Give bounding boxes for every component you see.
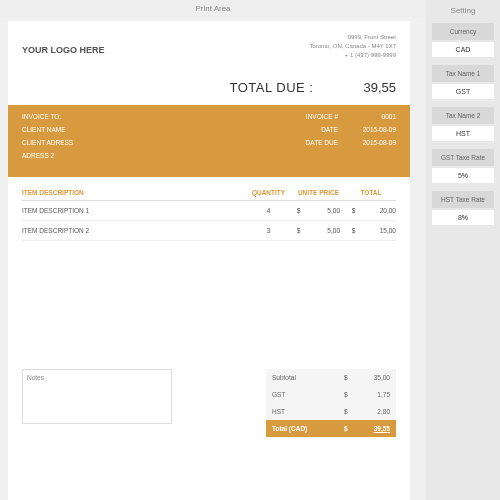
currency-symbol: $ xyxy=(291,207,306,214)
hst-label: HST xyxy=(272,408,344,415)
currency-symbol: $ xyxy=(291,227,306,234)
currency-symbol: $ xyxy=(346,207,361,214)
notes-box[interactable]: Notes xyxy=(22,369,172,424)
address-phone: + 1 (437) 999-9999 xyxy=(309,51,396,60)
hst-rate-label: HST Taxe Rate xyxy=(432,191,494,208)
table-row: ITEM DESCRIPTION 2 3 $5,00 $15,00 xyxy=(22,221,396,241)
invoice-document: YOUR LOGO HERE 9999, Front Street Toront… xyxy=(8,21,410,500)
col-total: TOTAL xyxy=(346,189,396,196)
gst-label: GST xyxy=(272,391,344,398)
gst-rate-input[interactable]: 5% xyxy=(432,168,494,183)
currency-symbol: $ xyxy=(344,408,358,415)
tax2-input[interactable]: HST xyxy=(432,126,494,141)
total-label: Total (CAD) xyxy=(272,425,344,432)
hst-rate-input[interactable]: 8% xyxy=(432,210,494,225)
settings-sidebar: Setting Currency CAD Tax Name 1 GST Tax … xyxy=(426,0,500,500)
item-desc: ITEM DESCRIPTION 2 xyxy=(22,227,246,234)
tab-setting[interactable]: Setting xyxy=(432,4,494,23)
summary-table: Subtotal$35,00 GST$1,75 HST$2,80 Total (… xyxy=(266,369,396,437)
currency-symbol: $ xyxy=(344,425,358,432)
subtotal-value: 35,00 xyxy=(358,374,390,381)
gst-rate-label: GST Taxe Rate xyxy=(432,149,494,166)
item-total: 20,00 xyxy=(361,207,396,214)
item-price: 5,00 xyxy=(306,207,346,214)
total-due-value: 39,55 xyxy=(363,80,396,95)
client-address: CLIENT ADRESS xyxy=(22,139,73,146)
currency-input[interactable]: CAD xyxy=(432,42,494,57)
gst-value: 1,75 xyxy=(358,391,390,398)
col-price: UNITE PRICE xyxy=(291,189,346,196)
date-due-label: DATE DUE xyxy=(298,139,338,146)
currency-symbol: $ xyxy=(344,391,358,398)
item-qty: 3 xyxy=(246,227,291,234)
total-due-label: TOTAL DUE : xyxy=(229,80,313,95)
address-line1: 9999, Front Street xyxy=(309,33,396,42)
tab-print-area[interactable]: Print Area xyxy=(0,0,426,17)
item-price: 5,00 xyxy=(306,227,346,234)
hst-value: 2,80 xyxy=(358,408,390,415)
item-qty: 4 xyxy=(246,207,291,214)
date-due-value: 2015-08-09 xyxy=(356,139,396,146)
total-value: 39,55 xyxy=(358,425,390,432)
item-desc: ITEM DESCRIPTION 1 xyxy=(22,207,246,214)
invoice-num-label: INVOICE # xyxy=(298,113,338,120)
date-label: DATE xyxy=(298,126,338,133)
date-value: 2015-08-09 xyxy=(356,126,396,133)
subtotal-label: Subtotal xyxy=(272,374,344,381)
tax1-label: Tax Name 1 xyxy=(432,65,494,82)
address-line2: Toronto, ON, Canada - M4Y 1X7 xyxy=(309,42,396,51)
company-address: 9999, Front Street Toronto, ON, Canada -… xyxy=(309,33,396,60)
invoice-num-value: 0001 xyxy=(356,113,396,120)
invoice-meta-block: INVOICE TO: INVOICE #0001 CLIENT NAME DA… xyxy=(8,105,410,177)
table-row: ITEM DESCRIPTION 1 4 $5,00 $20,00 xyxy=(22,201,396,221)
col-description: ITEM DESCRIPTION xyxy=(22,189,246,196)
item-total: 15,00 xyxy=(361,227,396,234)
client-name: CLIENT NAME xyxy=(22,126,66,133)
currency-symbol: $ xyxy=(344,374,358,381)
currency-label: Currency xyxy=(432,23,494,40)
tax2-label: Tax Name 2 xyxy=(432,107,494,124)
tax1-input[interactable]: GST xyxy=(432,84,494,99)
invoice-to-label: INVOICE TO: xyxy=(22,113,61,120)
address-2: ADRESS 2 xyxy=(22,152,54,159)
col-quantity: QUANTITY xyxy=(246,189,291,196)
currency-symbol: $ xyxy=(346,227,361,234)
logo-placeholder: YOUR LOGO HERE xyxy=(22,33,105,60)
